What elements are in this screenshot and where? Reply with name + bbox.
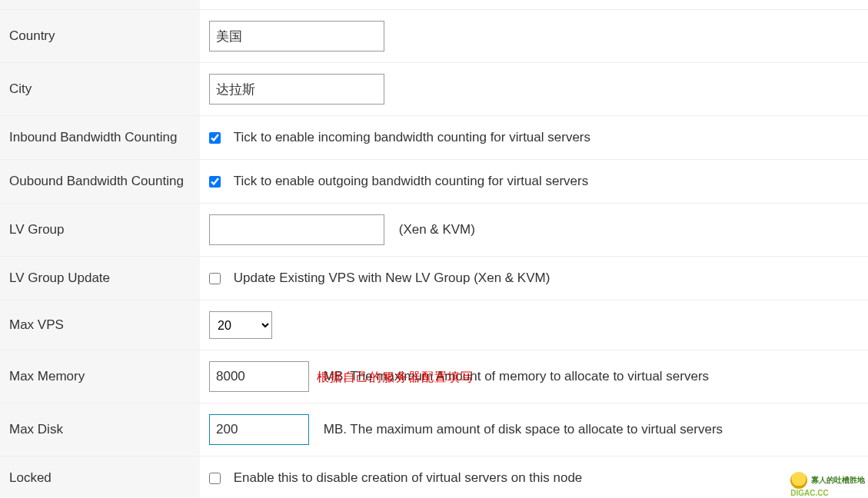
label-city: City	[0, 63, 200, 116]
label-maxdisk: Max Disk	[0, 403, 200, 456]
label-lvgroup: LV Group	[0, 204, 200, 257]
label-country: Country	[0, 10, 200, 63]
checkbox-locked[interactable]	[209, 473, 221, 484]
row-lvgroup-update: LV Group Update Update Existing VPS with…	[0, 257, 868, 300]
input-city[interactable]	[209, 74, 384, 105]
input-lvgroup[interactable]	[209, 214, 384, 245]
label-maxvps: Max VPS	[0, 300, 200, 350]
desc-inbound: Tick to enable incoming bandwidth counti…	[234, 130, 590, 144]
row-locked: Locked Enable this to disable creation o…	[0, 456, 868, 499]
desc-lvgroup-update: Update Existing VPS with New LV Group (X…	[234, 271, 550, 285]
label-outbound: Oubound Bandwidth Counting	[0, 160, 200, 204]
label-lvgroup-update: LV Group Update	[0, 257, 200, 300]
row-inbound: Inbound Bandwidth Counting Tick to enabl…	[0, 116, 868, 160]
row-outbound: Oubound Bandwidth Counting Tick to enabl…	[0, 160, 868, 204]
checkbox-inbound[interactable]	[209, 132, 221, 144]
checkbox-outbound[interactable]	[209, 176, 221, 188]
row-maxvps: Max VPS 20	[0, 300, 868, 350]
desc-maxdisk: MB. The maximum amount of disk space to …	[324, 422, 723, 437]
desc-outbound: Tick to enable outgoing bandwidth counti…	[234, 174, 588, 188]
hint-lvgroup: (Xen & KVM)	[399, 222, 475, 237]
desc-locked: Enable this to disable creation of virtu…	[234, 470, 583, 485]
input-country[interactable]	[209, 21, 384, 51]
row-country: Country	[0, 10, 868, 63]
row-city: City	[0, 63, 868, 116]
row-lvgroup: LV Group (Xen & KVM)	[0, 204, 868, 257]
watermark-line2: DIGAC.CC	[790, 489, 828, 497]
watermark-bug-icon	[790, 472, 807, 489]
row-header-spacer	[0, 0, 868, 10]
input-maxmem[interactable]	[209, 361, 309, 392]
watermark: 寡人的吐槽胜地 DIGAC.CC	[790, 472, 865, 497]
row-maxdisk: Max Disk MB. The maximum amount of disk …	[0, 403, 868, 456]
checkbox-lvgroup-update[interactable]	[209, 273, 221, 284]
annotation-red-note: 根据自己的服务器配置填写	[317, 370, 474, 386]
label-maxmem: Max Memory	[0, 350, 200, 403]
label-inbound: Inbound Bandwidth Counting	[0, 116, 200, 160]
input-maxdisk[interactable]	[209, 414, 309, 445]
label-locked: Locked	[0, 456, 200, 499]
select-maxvps[interactable]: 20	[209, 311, 272, 339]
watermark-line1: 寡人的吐槽胜地	[811, 476, 865, 484]
